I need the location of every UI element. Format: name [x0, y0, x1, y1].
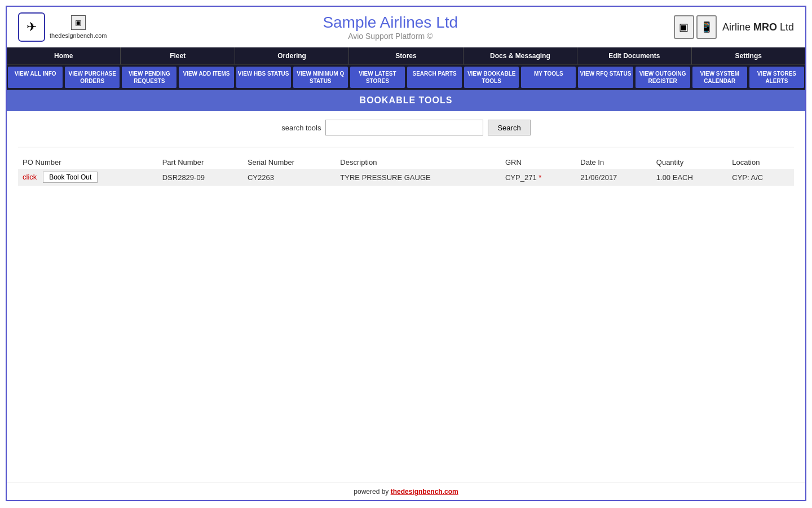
sub-view-add-items[interactable]: VIEW ADD ITEMS [179, 67, 233, 88]
header-center: Sample Airlines Ltd Avio Support Platfor… [323, 14, 458, 41]
sub-nav: VIEW ALL INFO VIEW PURCHASE ORDERS VIEW … [7, 64, 805, 90]
footer-text: powered by [354, 488, 389, 496]
small-logo-icon: ▣ [71, 15, 86, 30]
logo-left: ✈ ▣ thedesignbench.com [18, 12, 107, 42]
logo-divider: ▣ thedesignbench.com [50, 15, 107, 39]
cell-click: click Book Tool Out [18, 169, 158, 186]
cell-grn: CYP_271 * [501, 169, 576, 186]
mro-icon-1: ▣ [674, 15, 694, 39]
col-description: Description [336, 156, 501, 169]
sub-view-rfq-status[interactable]: VIEW RFQ STATUS [578, 67, 633, 88]
col-grn: GRN [501, 156, 576, 169]
sub-view-purchase-orders[interactable]: VIEW PURCHASE ORDERS [65, 67, 120, 88]
sub-view-hbs-status[interactable]: VIEW HBS STATUS [236, 67, 291, 88]
search-label: search tools [281, 124, 321, 132]
sub-view-latest-stores[interactable]: VIEW LATEST STORES [350, 67, 405, 88]
cell-description: TYRE PRESSURE GAUGE [336, 169, 501, 186]
sub-view-stores-alerts[interactable]: VIEW STORES ALERTS [749, 67, 804, 88]
table-header-row: PO Number Part Number Serial Number Desc… [18, 156, 794, 169]
mro-title-airline: Airline [722, 21, 753, 33]
company-name: Sample Airlines Ltd [323, 14, 458, 32]
mro-title-ltd: Ltd [777, 21, 794, 33]
grn-asterisk: * [539, 173, 541, 182]
bookable-tools-table: PO Number Part Number Serial Number Desc… [18, 156, 794, 186]
nav-ordering[interactable]: Ordering [235, 47, 349, 64]
sub-view-system-calendar[interactable]: VIEW SYSTEM CALENDAR [692, 67, 747, 88]
cell-location: CYP: A/C [727, 169, 794, 186]
col-part-number: Part Number [158, 156, 243, 169]
cell-quantity: 1.00 EACH [652, 169, 727, 186]
col-po-number: PO Number [18, 156, 158, 169]
nav-editdocs[interactable]: Edit Documents [577, 47, 691, 64]
mro-icons: ▣ 📱 [674, 15, 717, 39]
plane-icon: ✈ [18, 12, 45, 42]
sub-search-parts[interactable]: SEARCH PARTS [407, 67, 462, 88]
col-location: Location [727, 156, 794, 169]
sub-view-bookable-tools[interactable]: VIEW BOOKABLE TOOLS [464, 67, 519, 88]
col-quantity: Quantity [652, 156, 727, 169]
nav-home[interactable]: Home [7, 47, 121, 64]
header-right: ▣ 📱 Airline MRO Ltd [674, 15, 794, 39]
logo-text: thedesignbench.com [50, 32, 107, 39]
footer: powered by thedesignbench.com [7, 483, 805, 500]
mro-icon-2: 📱 [696, 15, 717, 39]
search-input[interactable] [325, 120, 483, 135]
sub-view-outgoing-register[interactable]: VIEW OUTGOING REGISTER [636, 67, 690, 88]
click-link[interactable]: click [23, 173, 37, 181]
nav-settings[interactable]: Settings [692, 47, 805, 64]
content-area: search tools Search PO Number Part Numbe… [7, 111, 805, 483]
sub-view-min-q[interactable]: VIEW MINIMUM Q STATUS [293, 67, 348, 88]
search-button[interactable]: Search [488, 120, 530, 135]
nav-stores[interactable]: Stores [349, 47, 463, 64]
col-serial-number: Serial Number [243, 156, 336, 169]
sub-view-all-info[interactable]: VIEW ALL INFO [8, 67, 63, 88]
nav-fleet[interactable]: Fleet [121, 47, 235, 64]
footer-link[interactable]: thedesignbench.com [391, 488, 458, 496]
mro-title: Airline MRO Ltd [722, 21, 794, 33]
divider [18, 147, 794, 147]
search-row: search tools Search [18, 120, 794, 135]
cell-serial-number: CY2263 [243, 169, 336, 186]
nav-bar: Home Fleet Ordering Stores Docs & Messag… [7, 47, 805, 64]
mro-title-mro: MRO [753, 21, 777, 33]
cell-date-in: 21/06/2017 [576, 169, 652, 186]
sub-my-tools[interactable]: MY TOOLS [521, 67, 576, 88]
grn-value: CYP_271 [505, 173, 537, 182]
table-row: click Book Tool Out DSR2829-09 CY2263 TY… [18, 169, 794, 186]
book-tool-out-button[interactable]: Book Tool Out [43, 172, 98, 183]
page-title: BOOKABLE TOOLS [7, 90, 805, 111]
sub-view-pending-requests[interactable]: VIEW PENDING REQUESTS [122, 67, 176, 88]
col-date-in: Date In [576, 156, 652, 169]
header: ✈ ▣ thedesignbench.com Sample Airlines L… [7, 7, 805, 47]
nav-docs[interactable]: Docs & Messaging [464, 47, 577, 64]
cell-part-number: DSR2829-09 [158, 169, 243, 186]
outer-border: ✈ ▣ thedesignbench.com Sample Airlines L… [6, 6, 806, 501]
platform-name: Avio Support Platform © [323, 32, 458, 41]
